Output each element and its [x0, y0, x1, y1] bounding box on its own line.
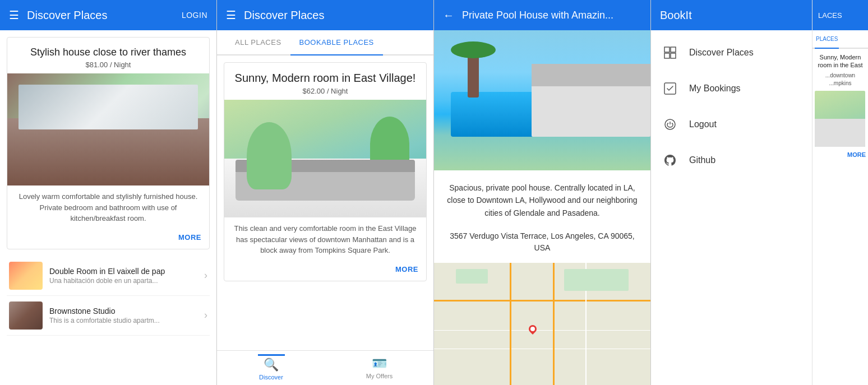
panel-1: ☰ Discover Places LOGIN Stylish house cl… [0, 0, 217, 385]
menu-label-discover: Discover Places [689, 48, 754, 58]
menu-item-discover[interactable]: Discover Places [651, 35, 812, 71]
peek-more-link[interactable]: MORE [812, 149, 868, 160]
panel3-header: ← Private Pool House with Amazin... [434, 0, 650, 30]
menu-label-logout: Logout [689, 119, 717, 129]
panel1-card-description: Lovely warm comfortable and stylishly fu… [7, 185, 209, 230]
panel2-scroll: Sunny, Modern room in East Village! $62.… [217, 55, 433, 350]
panel1-card-image [7, 73, 209, 185]
nav-active-bar [258, 354, 285, 356]
map-green-area [456, 269, 488, 284]
list-item[interactable]: Double Room in El vaixell de pap Una hab… [7, 256, 210, 296]
map-road [510, 263, 511, 385]
panel1-scroll: Stylish house close to river thames $81.… [0, 30, 216, 385]
peek-card-image [815, 91, 865, 147]
list-item-info-2: Brownstone Studio This is a comfortable … [49, 307, 204, 324]
login-button[interactable]: LOGIN [182, 11, 207, 20]
github-icon [662, 152, 678, 168]
discover-icon: 🔍 [264, 358, 279, 372]
peek-card-text: ...downtown ...mpkins [812, 71, 868, 89]
peek-header: LACES [812, 0, 868, 30]
panel4-menu-list: Discover Places My Bookings [651, 30, 812, 183]
panel1-title: Discover Places [27, 9, 182, 22]
menu-icon[interactable]: ☰ [9, 8, 19, 22]
panel1-list: Double Room in El vaixell de pap Una hab… [7, 256, 210, 336]
panel1-header: ☰ Discover Places LOGIN [0, 0, 216, 30]
pool-palm [468, 53, 479, 98]
tab-bookable-places[interactable]: BOOKABLE PLACES [290, 30, 383, 54]
panel2-bottom-nav: 🔍 Discover 🪪 My Offers [217, 350, 433, 385]
panel-3: ← Private Pool House with Amazin... Spac… [434, 0, 651, 385]
list-item-subtitle-1: Una habitación doble en un aparta... [49, 277, 204, 285]
list-item-thumb-2 [9, 301, 43, 330]
panel-4-menu: BookIt Discover Places [651, 0, 812, 385]
panel2-menu-icon[interactable]: ☰ [226, 8, 236, 22]
my-offers-label: My Offers [366, 373, 393, 379]
nav-my-offers[interactable]: 🪪 My Offers [325, 351, 433, 385]
peek-card-title: Sunny, Modern room in the East [812, 49, 868, 71]
panel1-more-text[interactable]: MORE [178, 233, 201, 242]
panel3-description: Spacious, private pool house. Centrally … [434, 170, 650, 226]
svg-rect-0 [664, 47, 670, 52]
logout-icon [662, 117, 678, 132]
bookings-icon [662, 81, 678, 96]
peek-tabs: PLACES [812, 30, 868, 49]
menu-item-logout[interactable]: Logout [651, 106, 812, 142]
panel4-peek: LACES PLACES Sunny, Modern room in the E… [812, 0, 868, 385]
pool-house-image [434, 30, 650, 170]
panel2-card-description: This clean and very comfortable room in … [224, 217, 426, 262]
list-item-arrow-2: › [204, 309, 207, 321]
panel2-card-price: $62.00 / Night [224, 87, 426, 100]
list-item-arrow-1: › [204, 270, 207, 281]
list-item-name-2: Brownstone Studio [49, 307, 204, 316]
nav-discover[interactable]: 🔍 Discover [217, 351, 325, 385]
menu-item-bookings[interactable]: My Bookings [651, 71, 812, 106]
map-road [553, 263, 555, 385]
list-item-thumb-1 [9, 262, 43, 290]
panel4-title: BookIt [660, 9, 803, 22]
sofa-decoration [236, 170, 415, 201]
map-road [434, 330, 650, 331]
list-item[interactable]: Brownstone Studio This is a comfortable … [7, 296, 210, 336]
panel2-header: ☰ Discover Places [217, 0, 433, 30]
list-item-info-1: Double Room in El vaixell de pap Una hab… [49, 267, 204, 285]
list-item-name-1: Double Room in El vaixell de pap [49, 267, 204, 276]
my-offers-icon: 🪪 [372, 356, 387, 371]
svg-rect-1 [671, 47, 676, 52]
map-road [434, 300, 650, 301]
panel1-more-link[interactable]: MORE [7, 230, 209, 249]
discover-label: Discover [259, 374, 283, 381]
map-location-pin [527, 325, 538, 336]
panel4-header: BookIt [651, 0, 812, 30]
tab-all-places[interactable]: ALL PLACES [226, 30, 290, 54]
panel2-more-text[interactable]: MORE [395, 265, 418, 273]
peek-header-text: LACES [818, 11, 842, 20]
panel1-main-card: Stylish house close to river thames $81.… [7, 37, 210, 249]
panel1-card-price: $81.00 / Night [7, 61, 209, 73]
panel-2: ☰ Discover Places ALL PLACES BOOKABLE PL… [217, 0, 434, 385]
peek-tab-active[interactable]: PLACES [815, 30, 839, 49]
menu-label-bookings: My Bookings [689, 84, 741, 94]
map-view [434, 263, 650, 385]
panel2-main-card: Sunny, Modern room in East Village! $62.… [224, 62, 427, 281]
panel-4-wrapper: BookIt Discover Places [651, 0, 868, 385]
panel2-card-image [224, 100, 426, 217]
menu-label-github: Github [689, 155, 715, 165]
map-green-area [564, 269, 629, 291]
map-road [434, 349, 650, 350]
panel2-tabs: ALL PLACES BOOKABLE PLACES [217, 30, 433, 55]
list-item-subtitle-2: This is a comfortable studio apartm... [49, 317, 204, 324]
panel2-card-title: Sunny, Modern room in East Village! [224, 63, 426, 87]
svg-rect-3 [671, 53, 676, 58]
panel3-address: 3567 Verdugo Vista Terrace, Los Angeles,… [434, 226, 650, 263]
pool-house [532, 64, 650, 137]
panel1-card-title: Stylish house close to river thames [7, 38, 209, 61]
back-icon[interactable]: ← [443, 9, 454, 22]
menu-item-github[interactable]: Github [651, 142, 812, 178]
panel3-title: Private Pool House with Amazin... [462, 10, 641, 21]
panel2-title: Discover Places [244, 9, 424, 22]
panel2-more-link[interactable]: MORE [224, 262, 426, 281]
svg-rect-2 [664, 53, 670, 58]
grid-icon [662, 45, 678, 61]
